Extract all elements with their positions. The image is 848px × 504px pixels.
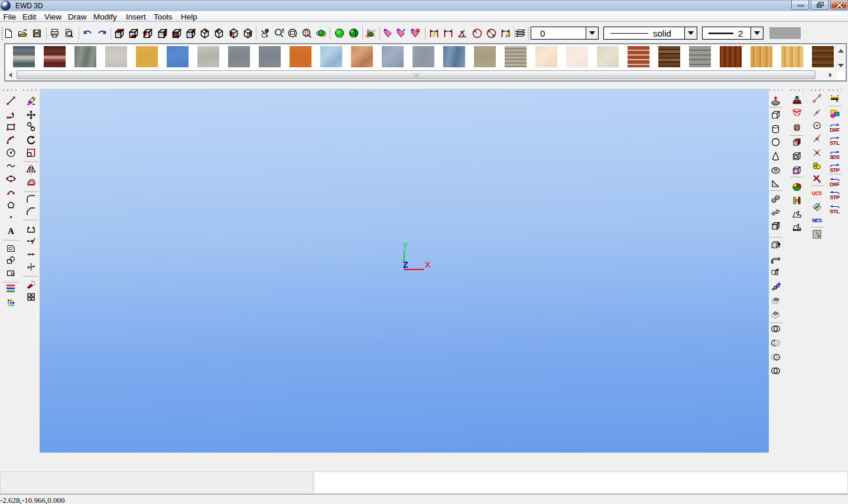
svg-text:(u,v): (u,v) bbox=[368, 29, 375, 32]
svg-text:DXF: DXF bbox=[830, 126, 840, 133]
svg-text:A: A bbox=[8, 226, 14, 236]
svg-text:STP: STP bbox=[830, 194, 840, 200]
svg-text:WCS: WCS bbox=[812, 217, 822, 223]
svg-text:UCS: UCS bbox=[812, 190, 822, 196]
svg-text:DXF: DXF bbox=[830, 181, 840, 187]
svg-text:Z: Z bbox=[403, 260, 408, 269]
svg-text:X: X bbox=[425, 260, 431, 269]
svg-text:STL: STL bbox=[830, 139, 840, 146]
svg-text:Y: Y bbox=[402, 241, 408, 251]
svg-text:STP: STP bbox=[830, 167, 840, 173]
svg-text:STL: STL bbox=[830, 208, 840, 214]
svg-text:3DS: 3DS bbox=[830, 154, 840, 160]
